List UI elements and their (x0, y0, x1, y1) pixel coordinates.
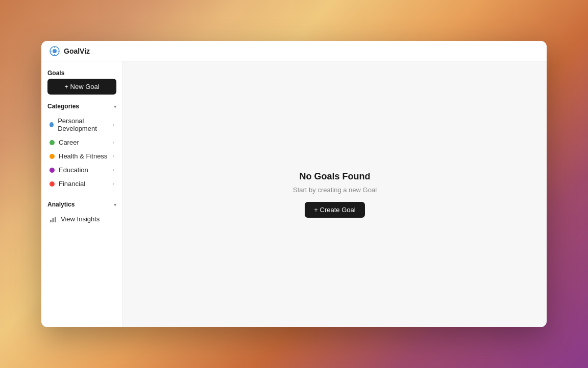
analytics-section: Analytics ▾ View Insights (47, 201, 116, 226)
svg-rect-6 (50, 220, 52, 222)
category-left: Career (50, 139, 79, 146)
category-arrow-icon: › (113, 140, 114, 145)
sidebar-item-personal-development[interactable]: Personal Development › (47, 114, 116, 135)
app-title: GoalViz (64, 47, 90, 55)
category-left: Financial (50, 180, 85, 188)
category-name: Financial (59, 180, 85, 188)
category-name: Education (59, 166, 88, 174)
app-logo-icon (50, 46, 60, 56)
category-arrow-icon: › (113, 167, 114, 173)
title-bar: GoalViz (41, 41, 547, 61)
svg-rect-8 (55, 217, 56, 222)
category-dot (50, 168, 55, 173)
insights-icon (50, 216, 57, 223)
empty-state: No Goals Found Start by creating a new G… (293, 171, 377, 218)
main-content: Goals + New Goal Categories ▾ Personal D… (41, 61, 547, 327)
categories-list: Personal Development › Career › Health &… (47, 114, 116, 191)
category-arrow-icon: › (113, 122, 114, 128)
main-area: No Goals Found Start by creating a new G… (123, 61, 547, 327)
category-arrow-icon: › (113, 181, 114, 187)
sidebar-item-education[interactable]: Education › (47, 163, 116, 177)
goals-label: Goals (47, 70, 116, 77)
app-window: GoalViz Goals + New Goal Categories ▾ P (41, 41, 547, 327)
analytics-chevron-icon[interactable]: ▾ (114, 202, 116, 208)
category-left: Personal Development (50, 117, 113, 132)
svg-rect-7 (53, 218, 54, 222)
category-arrow-icon: › (113, 153, 114, 159)
category-dot (50, 154, 55, 159)
goals-section: Goals + New Goal (47, 70, 116, 95)
analytics-header: Analytics ▾ (47, 201, 116, 208)
svg-point-1 (53, 49, 57, 53)
category-name: Career (59, 139, 79, 146)
create-goal-button[interactable]: + Create Goal (305, 202, 364, 218)
categories-section: Categories ▾ Personal Development › Care… (47, 103, 116, 191)
category-left: Education (50, 166, 88, 174)
view-insights-item[interactable]: View Insights (47, 212, 116, 226)
category-dot (50, 140, 55, 145)
empty-state-subtitle: Start by creating a new Goal (293, 186, 377, 194)
category-dot (50, 122, 54, 127)
sidebar-item-financial[interactable]: Financial › (47, 177, 116, 191)
category-dot (50, 181, 55, 187)
analytics-label: Analytics (47, 201, 75, 208)
categories-header: Categories ▾ (47, 103, 116, 110)
view-insights-label: View Insights (61, 215, 100, 223)
category-left: Health & Fitness (50, 152, 107, 160)
categories-label: Categories (47, 103, 79, 110)
category-name: Personal Development (58, 117, 112, 132)
sidebar-item-career[interactable]: Career › (47, 135, 116, 149)
empty-state-title: No Goals Found (300, 171, 371, 182)
category-name: Health & Fitness (59, 152, 107, 160)
new-goal-button[interactable]: + New Goal (47, 79, 116, 95)
sidebar: Goals + New Goal Categories ▾ Personal D… (41, 61, 123, 327)
categories-chevron-icon[interactable]: ▾ (114, 104, 116, 109)
sidebar-item-health-fitness[interactable]: Health & Fitness › (47, 149, 116, 163)
